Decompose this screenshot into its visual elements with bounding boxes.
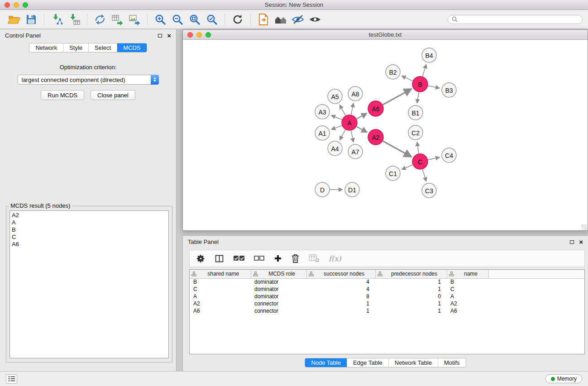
node-D[interactable]: D <box>315 182 330 197</box>
close-panel-button[interactable]: Close panel <box>91 90 135 100</box>
delete-column-button[interactable] <box>291 253 300 263</box>
node-B[interactable]: B <box>412 76 428 92</box>
edge-A-A6[interactable] <box>357 114 367 119</box>
result-item[interactable]: A2 <box>12 212 167 219</box>
deselect-all-button[interactable] <box>254 256 265 261</box>
result-item[interactable]: C <box>12 234 167 241</box>
close-table-panel-icon[interactable]: × <box>579 238 583 245</box>
export-table-button[interactable] <box>109 12 126 27</box>
tab-network-table[interactable]: Network Table <box>388 358 438 367</box>
task-history-button[interactable] <box>6 374 17 384</box>
import-network-button[interactable] <box>48 12 66 27</box>
network-canvas[interactable]: B4B2BB3A8A5A6A3B1AC2A1A2A4A7C4CC1C3DD1 <box>183 40 588 230</box>
edge-B-B1[interactable] <box>417 92 419 103</box>
hide-details-button[interactable] <box>289 12 306 27</box>
zoom-window-button[interactable] <box>23 2 28 8</box>
node-A8[interactable]: A8 <box>348 86 363 101</box>
column-header-shared-name[interactable]: shared name <box>190 270 251 278</box>
node-B3[interactable]: B3 <box>442 83 456 97</box>
column-header-predecessor-nodes[interactable]: predecessor nodes <box>375 270 447 278</box>
result-item[interactable]: A <box>12 219 167 226</box>
add-column-button[interactable] <box>274 254 282 262</box>
node-B2[interactable]: B2 <box>386 65 400 79</box>
edge-A-A3[interactable] <box>331 115 342 119</box>
open-file-button[interactable] <box>255 12 272 27</box>
tab-select[interactable]: Select <box>88 43 117 52</box>
table-row[interactable]: A2connector11A2 <box>190 300 584 307</box>
criterion-dropdown[interactable]: largest connected component (directed) <box>18 75 159 85</box>
node-C4[interactable]: C4 <box>442 148 456 162</box>
node-C1[interactable]: C1 <box>386 166 400 181</box>
select-all-button[interactable] <box>233 255 245 262</box>
node-A7[interactable]: A7 <box>348 144 363 159</box>
edge-A2-C[interactable] <box>383 141 411 157</box>
edge-A-A7[interactable] <box>351 131 354 142</box>
close-window-button[interactable] <box>5 2 10 8</box>
result-item[interactable]: A6 <box>12 241 167 248</box>
node-C3[interactable]: C3 <box>422 183 436 198</box>
edge-C-C2[interactable] <box>417 143 419 153</box>
zoom-in-button[interactable] <box>152 12 169 27</box>
show-details-button[interactable] <box>306 12 324 27</box>
edge-A-A2[interactable] <box>357 127 367 132</box>
node-A5[interactable]: A5 <box>328 89 342 104</box>
tab-network[interactable]: Network <box>29 43 63 52</box>
memory-button[interactable]: Memory <box>545 374 582 383</box>
open-session-button[interactable] <box>5 12 23 27</box>
edge-B-B2[interactable] <box>402 76 413 81</box>
result-item[interactable]: B <box>12 226 167 234</box>
node-A[interactable]: A <box>342 115 357 130</box>
node-A2[interactable]: A2 <box>368 129 383 145</box>
network-zoom-button[interactable] <box>206 32 211 38</box>
table-row[interactable]: Bdominator41B <box>190 278 584 286</box>
edge-A6-B[interactable] <box>383 89 411 105</box>
network-close-button[interactable] <box>187 32 193 38</box>
edge-C-C3[interactable] <box>422 169 426 181</box>
table-row[interactable]: Adominator80A <box>190 293 584 300</box>
tab-mcds[interactable]: MCDS <box>117 43 146 52</box>
table-settings-button[interactable] <box>196 254 206 263</box>
node-C2[interactable]: C2 <box>408 125 423 140</box>
node-C[interactable]: C <box>412 154 428 169</box>
show-columns-button[interactable] <box>215 254 224 263</box>
edge-B-B4[interactable] <box>422 65 426 76</box>
column-header-successor-nodes[interactable]: successor nodes <box>306 270 375 278</box>
minimize-window-button[interactable] <box>14 2 19 8</box>
float-table-panel-icon[interactable] <box>570 240 574 244</box>
node-A4[interactable]: A4 <box>328 141 342 156</box>
save-session-button[interactable] <box>23 12 40 27</box>
window-titlebar[interactable]: Session: New Session <box>0 0 588 10</box>
function-builder-button[interactable]: f(x) <box>329 254 341 263</box>
run-mcds-button[interactable]: Run MCDS <box>41 90 84 100</box>
search-input[interactable] <box>460 16 578 23</box>
column-header-name[interactable]: name <box>447 270 488 278</box>
zoom-fit-button[interactable] <box>186 12 203 27</box>
zoom-out-button[interactable] <box>169 12 186 27</box>
edge-C-C4[interactable] <box>428 157 440 160</box>
node-B1[interactable]: B1 <box>408 105 423 120</box>
tab-node-table[interactable]: Node Table <box>305 358 347 367</box>
float-panel-icon[interactable] <box>158 34 162 38</box>
edge-B-B3[interactable] <box>428 86 440 88</box>
tab-edge-table[interactable]: Edge Table <box>347 358 388 367</box>
edge-C-C1[interactable] <box>402 165 412 169</box>
network-window-titlebar[interactable]: testGlobe.txt <box>183 30 588 40</box>
export-image-button[interactable] <box>126 12 143 27</box>
edge-A-A5[interactable] <box>340 105 346 115</box>
search-box[interactable] <box>448 15 583 24</box>
table-row[interactable]: A6connector11A6 <box>190 307 584 315</box>
node-A1[interactable]: A1 <box>315 126 330 140</box>
export-network-button[interactable] <box>91 12 109 27</box>
node-B4[interactable]: B4 <box>422 48 436 62</box>
tab-style[interactable]: Style <box>63 43 88 52</box>
node-D1[interactable]: D1 <box>345 182 359 197</box>
resize-grip[interactable] <box>582 224 587 230</box>
zoom-selected-button[interactable] <box>203 12 220 27</box>
column-header-mcds-role[interactable]: MCDS role <box>251 270 306 278</box>
edge-A-A8[interactable] <box>351 104 354 115</box>
close-panel-icon[interactable]: × <box>167 32 171 39</box>
network-minimize-button[interactable] <box>196 32 202 38</box>
import-table-button[interactable] <box>66 12 83 27</box>
node-A3[interactable]: A3 <box>315 105 330 119</box>
refresh-button[interactable] <box>229 12 246 27</box>
